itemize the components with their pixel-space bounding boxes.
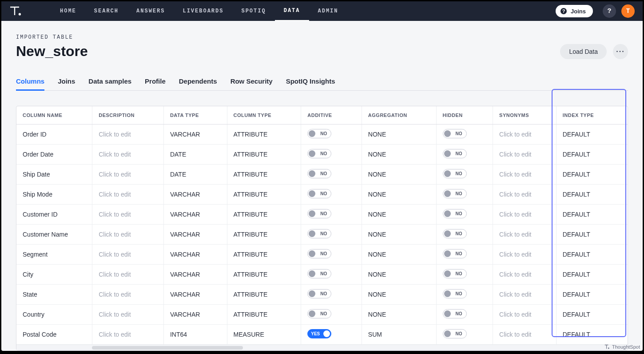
cell-aggregation[interactable]: NONE <box>362 285 436 305</box>
cell-synonyms[interactable]: Click to edit <box>493 205 557 225</box>
toggle-off[interactable]: NO <box>307 289 331 298</box>
toggle-off[interactable]: NO <box>307 149 331 158</box>
nav-home[interactable]: HOME <box>51 1 85 21</box>
cell-aggregation[interactable]: NONE <box>362 165 436 185</box>
cell-data-type[interactable]: DATE <box>163 145 227 165</box>
tab-data-samples[interactable]: Data samples <box>88 73 131 90</box>
cell-aggregation[interactable]: NONE <box>362 225 436 245</box>
cell-column-name[interactable]: Ship Mode <box>16 185 92 205</box>
toggle-off[interactable]: NO <box>307 249 331 258</box>
cell-description[interactable]: Click to edit <box>92 205 164 225</box>
brand-logo[interactable] <box>9 6 24 16</box>
cell-synonyms[interactable]: Click to edit <box>493 185 557 205</box>
col-header-synonyms[interactable]: SYNONYMS <box>493 106 557 125</box>
col-header-column-type[interactable]: COLUMN TYPE <box>227 106 301 125</box>
toggle-off[interactable]: NO <box>307 229 331 238</box>
cell-column-type[interactable]: ATTRIBUTE <box>227 205 301 225</box>
cell-description[interactable]: Click to edit <box>92 145 164 165</box>
cell-data-type[interactable]: VARCHAR <box>163 225 227 245</box>
cell-column-name[interactable]: City <box>16 265 92 285</box>
cell-index-type[interactable]: DEFAULT <box>556 325 628 345</box>
cell-index-type[interactable]: DEFAULT <box>556 305 628 325</box>
toggle-off[interactable]: NO <box>443 249 467 258</box>
cell-synonyms[interactable]: Click to edit <box>493 265 557 285</box>
cell-column-name[interactable]: Segment <box>16 245 92 265</box>
tab-dependents[interactable]: Dependents <box>179 73 217 90</box>
col-header-column-name[interactable]: COLUMN NAME <box>16 106 92 125</box>
cell-index-type[interactable]: DEFAULT <box>556 145 628 165</box>
cell-description[interactable]: Click to edit <box>92 245 164 265</box>
cell-aggregation[interactable]: NONE <box>362 205 436 225</box>
toggle-off[interactable]: NO <box>307 129 331 138</box>
cell-column-name[interactable]: Country <box>16 305 92 325</box>
help-button[interactable]: ? <box>603 4 616 18</box>
toggle-off[interactable]: NO <box>443 209 467 218</box>
cell-data-type[interactable]: VARCHAR <box>163 285 227 305</box>
nav-search[interactable]: SEARCH <box>85 1 127 21</box>
cell-data-type[interactable]: VARCHAR <box>163 245 227 265</box>
cell-synonyms[interactable]: Click to edit <box>493 245 557 265</box>
cell-data-type[interactable]: INT64 <box>163 325 227 345</box>
tab-row-security[interactable]: Row Security <box>231 73 273 90</box>
cell-aggregation[interactable]: NONE <box>362 145 436 165</box>
cell-data-type[interactable]: VARCHAR <box>163 205 227 225</box>
cell-data-type[interactable]: DATE <box>163 165 227 185</box>
toggle-off[interactable]: NO <box>307 189 331 198</box>
cell-column-name[interactable]: Customer Name <box>16 225 92 245</box>
cell-aggregation[interactable]: NONE <box>362 245 436 265</box>
cell-data-type[interactable]: VARCHAR <box>163 125 227 145</box>
col-header-aggregation[interactable]: AGGREGATION <box>362 106 436 125</box>
col-header-description[interactable]: DESCRIPTION <box>92 106 164 125</box>
more-actions-button[interactable]: ··· <box>613 44 628 59</box>
cell-data-type[interactable]: VARCHAR <box>163 265 227 285</box>
cell-synonyms[interactable]: Click to edit <box>493 305 557 325</box>
cell-description[interactable]: Click to edit <box>92 305 164 325</box>
cell-aggregation[interactable]: NONE <box>362 125 436 145</box>
cell-index-type[interactable]: DEFAULT <box>556 205 628 225</box>
load-data-button[interactable]: Load Data <box>560 44 607 59</box>
col-header-hidden[interactable]: HIDDEN <box>436 106 493 125</box>
cell-synonyms[interactable]: Click to edit <box>493 165 557 185</box>
cell-column-type[interactable]: ATTRIBUTE <box>227 125 301 145</box>
toggle-off[interactable]: NO <box>443 329 467 338</box>
col-header-data-type[interactable]: DATA TYPE <box>163 106 227 125</box>
cell-description[interactable]: Click to edit <box>92 125 164 145</box>
user-avatar[interactable]: T <box>621 4 635 18</box>
cell-column-type[interactable]: ATTRIBUTE <box>227 265 301 285</box>
tab-spotiq-insights[interactable]: SpotIQ Insights <box>286 73 335 90</box>
cell-column-type[interactable]: ATTRIBUTE <box>227 145 301 165</box>
joins-pill-button[interactable]: ? Joins <box>556 5 593 17</box>
toggle-off[interactable]: NO <box>307 169 331 178</box>
cell-synonyms[interactable]: Click to edit <box>493 145 557 165</box>
cell-column-type[interactable]: ATTRIBUTE <box>227 305 301 325</box>
cell-index-type[interactable]: DEFAULT <box>556 165 628 185</box>
toggle-off[interactable]: NO <box>443 149 467 158</box>
toggle-off[interactable]: NO <box>443 309 467 318</box>
cell-description[interactable]: Click to edit <box>92 165 164 185</box>
cell-description[interactable]: Click to edit <box>92 265 164 285</box>
nav-liveboards[interactable]: LIVEBOARDS <box>174 1 232 21</box>
nav-answers[interactable]: ANSWERS <box>127 1 174 21</box>
col-header-index-type[interactable]: INDEX TYPE <box>556 106 628 125</box>
cell-description[interactable]: Click to edit <box>92 325 164 345</box>
cell-column-name[interactable]: State <box>16 285 92 305</box>
tab-profile[interactable]: Profile <box>145 73 166 90</box>
nav-data[interactable]: DATA <box>275 1 309 21</box>
cell-column-name[interactable]: Order ID <box>16 125 92 145</box>
toggle-off[interactable]: NO <box>443 229 467 238</box>
col-header-additive[interactable]: ADDITIVE <box>301 106 362 125</box>
toggle-off[interactable]: NO <box>443 269 467 278</box>
nav-admin[interactable]: ADMIN <box>309 1 347 21</box>
cell-column-type[interactable]: MEASURE <box>227 325 301 345</box>
toggle-off[interactable]: NO <box>443 289 467 298</box>
cell-synonyms[interactable]: Click to edit <box>493 285 557 305</box>
cell-column-name[interactable]: Order Date <box>16 145 92 165</box>
toggle-off[interactable]: NO <box>443 189 467 198</box>
toggle-off[interactable]: NO <box>443 129 467 138</box>
cell-column-name[interactable]: Ship Date <box>16 165 92 185</box>
cell-column-name[interactable]: Customer ID <box>16 205 92 225</box>
toggle-on[interactable]: YES <box>307 329 331 338</box>
cell-column-type[interactable]: ATTRIBUTE <box>227 245 301 265</box>
cell-column-name[interactable]: Postal Code <box>16 325 92 345</box>
toggle-off[interactable]: NO <box>307 269 331 278</box>
